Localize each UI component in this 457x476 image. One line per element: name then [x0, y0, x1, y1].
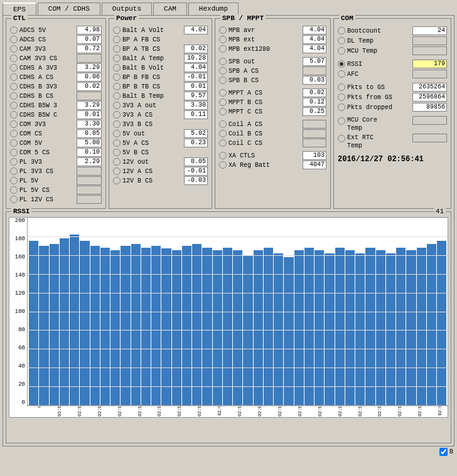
spb-value: 4.04	[303, 26, 326, 34]
radio-icon	[10, 26, 18, 34]
com-value: 179	[412, 60, 447, 68]
table-row: Pkts dropped 89856	[338, 103, 447, 112]
power-label: Balt A Volt	[122, 27, 184, 34]
table-row: COM 5V 5.00	[10, 139, 102, 147]
bar	[121, 246, 130, 405]
power-value: -0.01	[184, 167, 208, 176]
rssi-section: RSSI 41 200180160140120100806040200 002:…	[6, 211, 451, 443]
radio-icon	[338, 70, 345, 78]
com-label: MCU Temp	[347, 48, 412, 55]
power-value: 0.02	[184, 45, 208, 53]
table-row: Coil A CS	[219, 120, 326, 129]
y-axis-label: 100	[15, 309, 25, 315]
radio-icon	[10, 102, 18, 109]
top-groups: CTL ADCS 5V 4.98 ADCS CS 0.07 CAM 3V3 0.…	[6, 18, 451, 209]
bar	[437, 241, 446, 405]
datetime: 2016/12/27 02:56:41	[338, 155, 447, 164]
power-label: 3V3 B CS	[122, 121, 184, 128]
power-label: Balt A Temp	[122, 55, 184, 62]
spb-label: SPB out	[228, 58, 303, 65]
table-row: 5V B CS	[113, 148, 208, 157]
power-label: Balt B Volt	[122, 65, 184, 71]
bar	[274, 253, 283, 405]
tab-eps[interactable]: EPS	[3, 3, 36, 15]
bar	[427, 244, 436, 405]
spb-label: MPB avr	[228, 27, 303, 34]
x-axis-label: 02:53:10	[177, 406, 182, 416]
radio-icon	[10, 92, 18, 100]
ctl-label: CDHS A 3V3	[19, 65, 77, 71]
spb-label: Coil A CS	[228, 121, 303, 128]
ctl-value: 3.30	[77, 120, 102, 129]
power-label: 3V3 A CS	[122, 112, 184, 119]
tab-outputs[interactable]: Outputs	[102, 3, 152, 15]
ctl-label: PL 3V3 CS	[19, 168, 77, 175]
x-axis-label: 02:56:02	[357, 406, 362, 416]
table-row: MPPT B CS 0.12	[219, 98, 326, 107]
table-row: MCU Temp	[338, 46, 447, 55]
radio-icon	[219, 58, 227, 65]
bar	[355, 253, 365, 405]
radio-icon	[219, 161, 227, 169]
ctl-label: COM 3V3	[19, 121, 77, 128]
com-value	[412, 36, 447, 45]
radio-icon	[219, 139, 227, 147]
com-value: 89856	[412, 103, 447, 112]
ctl-label: CDHS B5W 3	[19, 102, 77, 109]
ctl-value	[77, 92, 102, 100]
table-row: Coil B CS	[219, 129, 326, 138]
radio-icon	[338, 60, 345, 68]
power-label: 5V B CS	[122, 149, 184, 156]
ctl-label: ADCS CS	[19, 36, 77, 43]
ctl-group: CTL ADCS 5V 4.98 ADCS CS 0.07 CAM 3V3 0.…	[6, 18, 106, 209]
x-axis-label: 02:53:53	[257, 406, 262, 416]
grid-line	[28, 330, 448, 331]
ctl-label: CDHS B CS	[19, 93, 77, 100]
power-label: Balt B Temp	[122, 93, 184, 100]
table-row: SPB A CS	[219, 66, 326, 75]
com-label: RSSI	[347, 61, 412, 68]
table-row: Balt B Volt 4.04	[113, 63, 208, 72]
ctl-label: PL 5V	[19, 177, 77, 184]
radio-icon	[113, 55, 121, 62]
radio-icon	[219, 108, 227, 115]
x-axis-label: 02:52:40	[117, 406, 122, 416]
table-row: CDHS B5W 3 3.29	[10, 101, 102, 110]
power-title: Power	[114, 14, 139, 22]
table-row: PL 3V3 2.29	[10, 157, 102, 166]
tab-com-cdhs[interactable]: COM / CDHS	[38, 3, 100, 15]
spb-label: SPB A CS	[228, 68, 303, 75]
radio-icon	[113, 45, 121, 53]
power-value	[184, 148, 208, 157]
checkbox-b-label: B	[449, 448, 453, 455]
radio-icon	[10, 83, 18, 90]
bar	[39, 246, 48, 405]
radio-icon	[10, 196, 18, 203]
com-value	[412, 116, 447, 125]
power-label: 12V out	[122, 159, 184, 166]
x-axis-label: 02:52:47	[237, 406, 242, 416]
spb-value: 4.04	[303, 35, 326, 44]
table-row: BP B TB CS 0.01	[113, 82, 208, 91]
ctl-value: 0.07	[77, 35, 102, 44]
table-row: 3V3 A out 3.30	[113, 101, 208, 110]
tab-cam[interactable]: CAM	[153, 3, 187, 15]
spb-value: 0.02	[303, 88, 326, 97]
radio-icon	[10, 55, 18, 62]
table-row: DL Temp	[338, 36, 447, 45]
tab-hexdump[interactable]: Hexdump	[188, 3, 239, 15]
com-value	[412, 134, 447, 142]
power-label: 5V out	[122, 130, 184, 137]
bar	[131, 244, 141, 405]
radio-icon	[113, 36, 121, 43]
table-row: CAM 3V3 CS	[10, 54, 102, 63]
radio-icon	[219, 120, 227, 128]
power-label: 12V B CS	[122, 177, 184, 184]
rssi-title: RSSI	[11, 208, 31, 215]
x-axis-label: 02:55:05	[277, 406, 282, 416]
bar	[325, 253, 334, 405]
radio-icon	[219, 45, 227, 53]
checkbox-b[interactable]	[439, 448, 448, 456]
com-label: DL Temp	[347, 38, 412, 45]
ctl-label: PL 3V3	[19, 159, 77, 166]
